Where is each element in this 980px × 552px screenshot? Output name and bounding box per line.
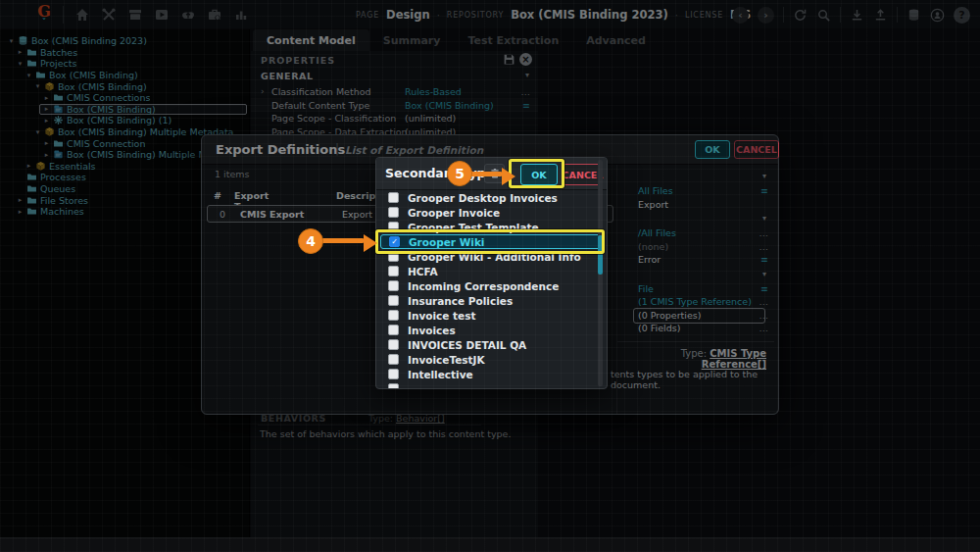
expand-arrow-icon[interactable]: ▸ <box>17 48 24 56</box>
secondary-type-item[interactable]: ✓ Grooper Invoice <box>380 205 603 220</box>
secondary-type-item[interactable]: ✓ Invoice test <box>380 308 603 323</box>
search-icon[interactable] <box>816 8 831 23</box>
popup-cancel-button[interactable]: CANCEL <box>563 164 603 185</box>
checkbox[interactable]: ✓ <box>388 354 399 365</box>
checkbox[interactable]: ✓ <box>388 383 399 388</box>
chevron-down-icon[interactable]: ▾ <box>525 71 529 79</box>
checkbox[interactable]: ✓ <box>388 192 399 203</box>
property-menu-icon[interactable]: ≡ <box>760 254 768 265</box>
property-value[interactable]: Rules-Based <box>405 86 462 97</box>
expand-arrow-icon[interactable]: ▸ <box>25 162 32 170</box>
secondary-type-item[interactable]: ✓ <box>380 381 603 388</box>
chevron-down-icon[interactable]: ▾ <box>762 270 766 278</box>
expand-arrow-icon[interactable]: ▾ <box>17 60 24 68</box>
tab[interactable]: Advanced <box>572 29 660 51</box>
tree-item[interactable]: ▸ Box (CMIS Binding) <box>0 104 249 116</box>
property-row[interactable]: Default Content Type Box (CMIS Binding) … <box>251 99 538 113</box>
checkbox[interactable]: ✓ <box>388 325 399 335</box>
expand-arrow-icon[interactable]: ▸ <box>43 139 50 147</box>
export-property-row[interactable]: /All Files … <box>617 226 778 240</box>
delete-button[interactable] <box>484 164 505 183</box>
secondary-type-item[interactable]: ✓ Intellective <box>380 367 603 381</box>
property-value[interactable]: Box (CMIS Binding) <box>405 100 494 111</box>
tree-item[interactable]: ▾ Box (CMIS Binding 2023) <box>0 35 249 47</box>
expand-arrow-icon[interactable]: ▾ <box>34 128 41 136</box>
expand-arrow-icon[interactable]: ▸ <box>43 94 50 102</box>
export-property-row[interactable]: Error ≡ <box>617 253 778 267</box>
download-icon[interactable] <box>850 8 864 23</box>
checkbox[interactable]: ✓ <box>388 280 399 291</box>
tab[interactable]: Test Extraction <box>454 29 572 51</box>
secondary-type-item[interactable]: ✓ Incoming Correspondence <box>380 278 603 293</box>
property-menu-icon[interactable]: … <box>760 227 769 238</box>
expand-arrow-icon[interactable]: ▸ <box>17 196 24 204</box>
property-menu-icon[interactable]: ≡ <box>522 100 530 111</box>
scrollbar-track[interactable] <box>598 160 603 386</box>
secondary-type-item[interactable]: ✓ InvoiceTestJK <box>380 352 603 367</box>
save-icon[interactable] <box>503 53 515 66</box>
tree-item[interactable]: ▾ Box (CMIS Binding) <box>0 70 249 81</box>
secondary-type-item[interactable]: ✓ HCFA <box>380 264 603 278</box>
tab[interactable]: Content Model <box>253 29 369 51</box>
checkbox[interactable]: ✓ <box>388 339 399 350</box>
checkbox[interactable]: ✓ <box>388 266 399 276</box>
property-menu-icon[interactable]: … <box>760 323 769 333</box>
expand-arrow-icon[interactable]: ▾ <box>25 72 32 79</box>
secondary-type-item[interactable]: ✓ Grooper Desktop Invoices <box>380 190 603 205</box>
secondary-type-item[interactable]: ✓ Invoices <box>380 323 603 337</box>
property-menu-icon[interactable]: ≡ <box>760 185 768 196</box>
briefcase-icon[interactable] <box>207 7 222 23</box>
user-icon[interactable] <box>930 8 945 23</box>
tree-item[interactable]: ▾ Box (CMIS Binding) <box>0 80 249 92</box>
property-menu-icon[interactable]: … <box>760 310 769 321</box>
secondary-type-item[interactable]: ✓ Grooper Wiki <box>380 234 603 249</box>
property-menu-icon[interactable]: … <box>521 86 531 97</box>
archive-icon[interactable] <box>127 7 143 23</box>
tree-item[interactable]: ▸ Batches <box>0 47 249 59</box>
property-menu-icon[interactable]: … <box>760 241 769 252</box>
export-property-row[interactable]: ▾ <box>617 211 778 226</box>
secondary-type-item[interactable]: ✓ Grooper Test Template <box>380 220 603 234</box>
export-property-row[interactable]: Export <box>617 198 778 212</box>
checkbox[interactable]: ✓ <box>388 369 399 379</box>
help-icon[interactable]: ? <box>954 7 970 24</box>
checkbox[interactable]: ✓ <box>388 251 399 262</box>
tools-icon[interactable] <box>101 7 117 23</box>
expand-arrow-icon[interactable]: ▸ <box>43 117 50 125</box>
export-property-row[interactable]: All Files ≡ <box>617 184 778 198</box>
checkbox[interactable]: ✓ <box>388 207 399 218</box>
back-button[interactable]: ‹ <box>732 7 749 24</box>
dialog-cancel-button[interactable]: CANCEL <box>734 140 779 159</box>
upload-icon[interactable] <box>873 8 888 23</box>
export-property-row[interactable]: ▾ <box>617 169 778 184</box>
expand-arrow-icon[interactable]: ▾ <box>8 37 15 45</box>
secondary-type-item[interactable]: ✓ Grooper Wiki - Additional Info <box>380 249 603 264</box>
expand-icon[interactable]: › <box>261 86 265 96</box>
export-property-row[interactable]: File ≡ <box>617 282 778 296</box>
expand-arrow-icon[interactable]: ▸ <box>17 208 24 216</box>
secondary-type-item[interactable]: ✓ Insurance Policies <box>380 293 603 308</box>
expand-arrow-icon[interactable]: ▾ <box>34 82 41 90</box>
tree-item[interactable]: ▾ Projects <box>0 58 249 70</box>
scrollbar-thumb[interactable] <box>598 235 603 275</box>
checkbox[interactable]: ✓ <box>388 295 399 306</box>
property-menu-icon[interactable]: ≡ <box>760 283 768 294</box>
chevron-down-icon[interactable]: ▾ <box>762 172 766 180</box>
refresh-icon[interactable] <box>793 8 808 23</box>
chart-icon[interactable] <box>233 7 249 23</box>
property-menu-icon[interactable]: … <box>760 296 769 307</box>
tab[interactable]: Summary <box>369 29 455 51</box>
checkbox[interactable]: ✓ <box>388 222 399 232</box>
checkbox[interactable]: ✓ <box>389 236 400 247</box>
export-property-row[interactable]: (0 Properties) … <box>617 309 778 323</box>
property-value[interactable]: (unlimited) <box>405 113 456 124</box>
type-reference-link[interactable]: CMIS Type Reference[] <box>702 348 766 370</box>
export-property-row[interactable]: ▾ <box>617 267 778 282</box>
play-icon[interactable] <box>154 7 170 23</box>
dialog-ok-button[interactable]: OK <box>695 140 730 159</box>
property-row[interactable]: Page Scope - Classification (unlimited) <box>251 112 538 125</box>
popup-ok-button[interactable]: OK <box>520 164 558 185</box>
close-icon[interactable]: × <box>519 53 532 66</box>
expand-arrow-icon[interactable]: ▸ <box>43 151 50 159</box>
tree-item[interactable]: ▸ Box (CMIS Binding) (1) <box>0 115 249 126</box>
